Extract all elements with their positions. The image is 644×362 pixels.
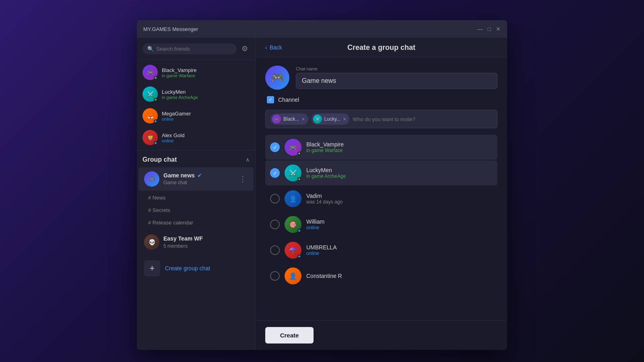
easy-team-sub: 5 members bbox=[163, 243, 188, 249]
user-status-text-lucky-men: in game ArcheAge bbox=[306, 173, 493, 179]
user-info-william: William online bbox=[306, 218, 493, 230]
close-button[interactable]: ✕ bbox=[496, 26, 501, 32]
verified-badge-icon: ✔ bbox=[197, 172, 202, 179]
friend-item-mega-gamer[interactable]: 🦊 MegaGamer online bbox=[137, 105, 255, 127]
search-input-wrap[interactable]: 🔍 bbox=[142, 43, 237, 54]
section-header: Group chat ∧ bbox=[137, 150, 255, 167]
invite-tag-avatar-lm: ⚔️ bbox=[313, 115, 322, 123]
channel-checkbox-row: ✓ Channel bbox=[265, 96, 497, 103]
user-status-dot-umbrella bbox=[297, 255, 301, 258]
user-info-umbrella: UMBRELLA online bbox=[306, 244, 493, 256]
user-status-text-black-vampire: in game Warface bbox=[306, 148, 493, 153]
user-avatar-black-vampire: 🎮 bbox=[285, 139, 301, 156]
check-mark-icon: ✓ bbox=[273, 144, 277, 150]
back-label: Back bbox=[270, 44, 282, 51]
invite-tag-name-lm: Lucky... bbox=[324, 116, 341, 122]
friend-name-lucky-men: LuckyMen bbox=[162, 89, 198, 95]
friend-status-text-mega-gamer: online bbox=[162, 117, 191, 121]
channel-item-secrets[interactable]: # Secrets bbox=[137, 204, 255, 216]
check-circle-constantine-r bbox=[270, 271, 280, 281]
back-chevron-icon: ‹ bbox=[265, 44, 267, 51]
friend-status-dot-lucky-men bbox=[154, 98, 157, 101]
check-mark-icon: ✓ bbox=[273, 170, 277, 176]
minimize-button[interactable]: — bbox=[477, 26, 483, 32]
user-status-text-umbrella: online bbox=[306, 251, 493, 256]
right-body: 🎮 Chat name ✓ Channel 🎮 Black... bbox=[256, 58, 507, 320]
channel-item-news[interactable]: # News bbox=[137, 191, 255, 204]
user-status-dot-lucky-men bbox=[297, 177, 301, 181]
check-circle-black-vampire: ✓ bbox=[270, 142, 280, 152]
friend-status-dot-alex-gold bbox=[154, 141, 157, 145]
group-chat-name: Game news bbox=[163, 172, 195, 179]
friend-name-mega-gamer: MegaGamer bbox=[162, 111, 191, 117]
channel-item-release[interactable]: # Release calendar bbox=[137, 216, 255, 229]
user-row-black-vampire[interactable]: ✓ 🎮 Black_Vampire in game Warface bbox=[265, 135, 497, 160]
user-row-lucky-men[interactable]: ✓ ⚔️ LuckyMen in game ArcheAge bbox=[265, 160, 497, 185]
friend-name-alex-gold: Alex Gold bbox=[162, 132, 184, 138]
chevron-up-icon[interactable]: ∧ bbox=[246, 156, 250, 163]
user-row-vadim[interactable]: 👤 Vadim was 14 days ago bbox=[265, 186, 497, 211]
check-circle-william bbox=[270, 220, 280, 229]
friend-item-black-vampire[interactable]: 🎮 Black_Vampire in game Warface bbox=[137, 62, 255, 83]
plus-icon: + bbox=[144, 260, 160, 276]
user-avatar-constantine-r: 👤 bbox=[285, 267, 301, 284]
search-bar: 🔍 ⚙ bbox=[137, 38, 255, 60]
channel-checkbox[interactable]: ✓ bbox=[267, 96, 274, 103]
user-status-text-william: online bbox=[306, 225, 493, 230]
window-controls: — □ ✕ bbox=[477, 26, 501, 32]
chat-name-field-wrap: Chat name bbox=[296, 66, 497, 89]
right-header-wrap: ‹ Back Create a group chat bbox=[265, 44, 497, 51]
user-avatar-umbrella: ☂️ bbox=[285, 242, 301, 259]
search-icon: 🔍 bbox=[147, 46, 154, 52]
invite-tag-black-vampire: 🎮 Black... × bbox=[270, 113, 308, 125]
check-circle-umbrella bbox=[270, 245, 280, 255]
group-section-title: Group chat bbox=[142, 156, 177, 163]
group-chat-item-easy-team[interactable]: 💀 Easy Team WF 5 members bbox=[138, 230, 254, 254]
friend-item-lucky-men[interactable]: ⚔️ LuckyMen in game ArcheAge bbox=[137, 83, 255, 105]
invite-field[interactable]: 🎮 Black... × ⚔️ Lucky... × bbox=[265, 110, 497, 128]
group-chat-item-game-news[interactable]: 🎮 Game news ✔ Game chat ⋮ bbox=[138, 167, 254, 191]
maximize-button[interactable]: □ bbox=[488, 26, 491, 32]
easy-team-avatar: 💀 bbox=[144, 234, 159, 250]
group-chat-avatar: 🎮 bbox=[144, 171, 159, 187]
create-group-label: Create group chat bbox=[165, 265, 210, 272]
user-row-william[interactable]: 🎯 William online bbox=[265, 212, 497, 237]
search-input[interactable] bbox=[156, 46, 232, 52]
invite-tag-name-bv: Black... bbox=[283, 116, 299, 122]
friend-item-alex-gold[interactable]: 🦁 Alex Gold online bbox=[137, 127, 255, 148]
invite-input[interactable] bbox=[353, 116, 492, 122]
invite-tag-lucky-men: ⚔️ Lucky... × bbox=[312, 113, 350, 125]
check-circle-vadim bbox=[270, 194, 280, 204]
create-btn-wrap: Create bbox=[256, 320, 507, 350]
friend-info-mega-gamer: MegaGamer online bbox=[162, 111, 191, 121]
user-avatar-vadim: 👤 bbox=[285, 190, 301, 207]
user-name-william: William bbox=[306, 218, 493, 225]
user-name-vadim: Vadim bbox=[306, 193, 493, 199]
create-button[interactable]: Create bbox=[265, 327, 314, 343]
invite-tag-close-bv[interactable]: × bbox=[301, 116, 305, 122]
left-panel: 🔍 ⚙ 🎮 Black_Vampire in game Warface ⚔️ bbox=[137, 38, 256, 350]
easy-team-info: Easy Team WF 5 members bbox=[163, 235, 248, 249]
friend-list: 🎮 Black_Vampire in game Warface ⚔️ Lucky… bbox=[137, 60, 255, 150]
back-button[interactable]: ‹ Back bbox=[265, 44, 282, 51]
more-options-icon[interactable]: ⋮ bbox=[237, 173, 248, 185]
settings-icon[interactable]: ⚙ bbox=[240, 43, 250, 55]
friend-status-text-black-vampire: in game Warface bbox=[162, 73, 196, 78]
friend-status-text-alex-gold: online bbox=[162, 138, 184, 143]
friend-status-dot-black-vampire bbox=[154, 76, 157, 80]
right-header: ‹ Back Create a group chat bbox=[256, 38, 507, 58]
easy-team-name: Easy Team WF bbox=[163, 235, 203, 242]
create-group-chat-button[interactable]: + Create group chat bbox=[138, 255, 254, 281]
invite-tag-close-lm[interactable]: × bbox=[343, 116, 346, 122]
chat-name-input[interactable] bbox=[296, 73, 497, 89]
easy-team-avatar-circle: 💀 bbox=[144, 234, 159, 250]
user-row-constantine-r[interactable]: 👤 Constantine R bbox=[265, 263, 497, 288]
user-name-constantine-r: Constantine R bbox=[306, 273, 493, 279]
user-info-black-vampire: Black_Vampire in game Warface bbox=[306, 141, 493, 153]
friend-avatar-alex-gold: 🦁 bbox=[142, 130, 158, 145]
user-row-umbrella[interactable]: ☂️ UMBRELLA online bbox=[265, 238, 497, 263]
group-icon-large[interactable]: 🎮 bbox=[265, 66, 289, 90]
user-list: ✓ 🎮 Black_Vampire in game Warface ✓ ⚔️ L… bbox=[265, 135, 497, 288]
titlebar: MY.GAMES Messenger — □ ✕ bbox=[137, 20, 507, 38]
group-section: Group chat ∧ 🎮 Game news ✔ Game chat bbox=[137, 150, 255, 350]
